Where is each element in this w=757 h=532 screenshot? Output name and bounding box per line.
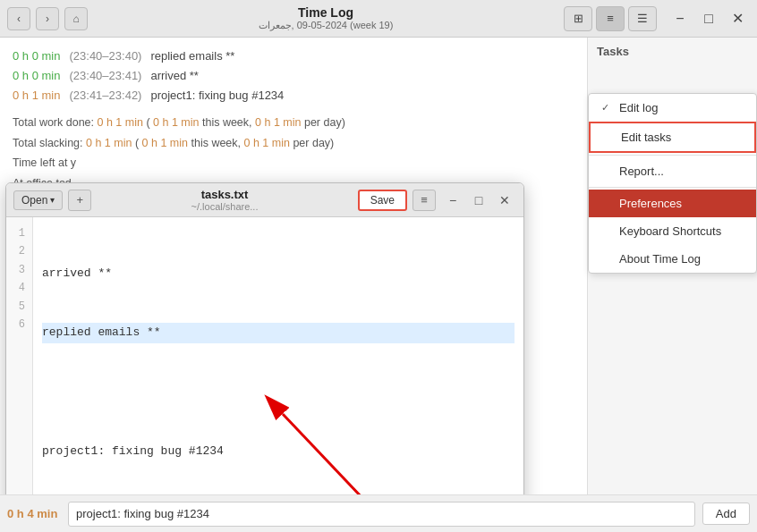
range-1: (23:40–23:40)	[69, 46, 141, 66]
tasks-header: Tasks	[588, 38, 757, 65]
total-slacking-week: (	[135, 137, 139, 149]
line-num-6: 6	[13, 316, 25, 334]
editor-save-button[interactable]: Save	[358, 190, 407, 211]
forward-button[interactable]: ›	[36, 7, 59, 30]
time-2: 0 h 0 min	[13, 66, 60, 86]
code-line-2: replied emails **	[42, 323, 515, 342]
add-button[interactable]: Add	[702, 502, 750, 525]
current-time: 0 h 4 min	[7, 507, 61, 520]
maximize-button[interactable]: □	[696, 6, 721, 31]
title-bar-center: Time Log (week 19) 09-05-2024 ,جمعرات	[88, 5, 564, 31]
right-panel: Tasks ✓ Edit log Edit tasks Report...	[587, 38, 757, 494]
menu-edit-log[interactable]: ✓ Edit log	[589, 94, 756, 122]
menu-divider-1	[589, 155, 756, 156]
log-row-3: 0 h 1 min (23:41–23:42) project1: fixing…	[13, 86, 574, 106]
desc-1: replied emails **	[150, 46, 234, 66]
line-num-2: 2	[13, 242, 25, 260]
log-row-1: 0 h 0 min (23:40–23:40) replied emails *…	[13, 46, 574, 66]
menu-edit-tasks[interactable]: Edit tasks	[589, 122, 756, 153]
total-work-row: Total work done: 0 h 1 min ( 0 h 1 min t…	[13, 113, 574, 133]
editor-modal: Open ▾ + tasks.txt ~/.local/share... Sav…	[5, 182, 524, 494]
back-button[interactable]: ‹	[7, 7, 30, 30]
editor-minimize-button[interactable]: −	[441, 190, 464, 211]
range-3: (23:41–23:42)	[69, 86, 141, 106]
editor-close-button[interactable]: ✕	[493, 190, 516, 211]
log-row-2: 0 h 0 min (23:40–23:41) arrived **	[13, 66, 574, 86]
about-label: About Time Log	[619, 252, 701, 266]
bottom-bar: 0 h 4 min Add	[0, 494, 757, 532]
menu-divider-2	[589, 187, 756, 188]
open-label: Open	[21, 194, 47, 207]
home-button[interactable]: ⌂	[64, 7, 88, 30]
menu-button[interactable]: ☰	[628, 6, 657, 31]
open-chevron-icon: ▾	[50, 195, 55, 205]
line-num-3: 3	[13, 261, 25, 279]
total-slacking-week-val: 0 h 1 min	[142, 137, 188, 149]
editor-path: ~/.local/share...	[97, 201, 352, 212]
title-bar-left: ‹ › ⌂	[7, 7, 88, 30]
text-view-button[interactable]: ≡	[596, 6, 625, 31]
line-num-5: 5	[13, 298, 25, 316]
total-work-value: 0 h 1 min	[98, 116, 143, 129]
editor-filename: tasks.txt	[97, 188, 352, 201]
content-area: 0 h 0 min (23:40–23:40) replied emails *…	[0, 38, 757, 494]
window-controls: − □ ✕	[668, 6, 750, 31]
total-slacking-day-val: 0 h 1 min	[244, 137, 290, 149]
total-slacking-day-label: per day)	[293, 137, 334, 149]
edit-log-label: Edit log	[619, 101, 658, 114]
grid-view-button[interactable]: ⊞	[564, 6, 592, 31]
time-left-row: Time left at y	[13, 153, 574, 173]
minimize-button[interactable]: −	[668, 6, 693, 31]
code-area[interactable]: arrived ** replied emails ** project1: f…	[33, 217, 523, 494]
total-slacking-week-label: this week,	[191, 137, 243, 149]
title-bar-right: ⊞ ≡ ☰ − □ ✕	[564, 6, 750, 31]
total-slacking-value: 0 h 1 min	[86, 137, 132, 149]
editor-open-button[interactable]: Open ▾	[13, 190, 63, 210]
keyboard-shortcuts-label: Keyboard Shortcuts	[619, 224, 721, 238]
task-input[interactable]	[68, 502, 695, 527]
check-icon: ✓	[601, 102, 614, 114]
window-subtitle: (week 19) 09-05-2024 ,جمعرات	[88, 20, 564, 31]
editor-title-center: tasks.txt ~/.local/share...	[97, 188, 352, 212]
total-slacking-row: Total slacking: 0 h 1 min ( 0 h 1 min th…	[13, 133, 574, 154]
total-work-day-label: per day)	[304, 116, 345, 129]
summary: Total work done: 0 h 1 min ( 0 h 1 min t…	[13, 113, 574, 193]
edit-tasks-label: Edit tasks	[621, 131, 671, 144]
desc-2: arrived **	[150, 66, 198, 86]
code-line-1: arrived **	[42, 264, 515, 283]
editor-maximize-button[interactable]: □	[467, 190, 490, 211]
total-slacking-label: Total slacking:	[13, 137, 86, 149]
window-title: Time Log	[88, 5, 564, 20]
code-line-4: project1: fixing bug #1234	[42, 442, 515, 461]
editor-add-button[interactable]: +	[68, 190, 91, 211]
editor-menu-button[interactable]: ≡	[413, 190, 436, 211]
code-line-3	[42, 383, 515, 402]
total-work-week-val: 0 h 1 min	[153, 116, 199, 129]
menu-about[interactable]: About Time Log	[589, 245, 756, 273]
desc-3: project1: fixing bug #1234	[150, 86, 284, 106]
line-num-4: 4	[13, 279, 25, 297]
total-work-week-label: this week,	[202, 116, 255, 129]
editor-content: 1 2 3 4 5 6 arrived ** replied emails **…	[6, 217, 523, 494]
title-bar: ‹ › ⌂ Time Log (week 19) 09-05-2024 ,جمع…	[0, 0, 757, 38]
total-work-day-val: 0 h 1 min	[255, 116, 301, 129]
range-2: (23:40–23:41)	[69, 66, 141, 86]
main-window: ‹ › ⌂ Time Log (week 19) 09-05-2024 ,جمع…	[0, 0, 757, 532]
line-numbers: 1 2 3 4 5 6	[6, 217, 33, 494]
main-panel: 0 h 0 min (23:40–23:40) replied emails *…	[0, 38, 587, 494]
time-1: 0 h 0 min	[13, 46, 60, 66]
context-menu: ✓ Edit log Edit tasks Report... Preferen…	[588, 93, 757, 274]
menu-report[interactable]: Report...	[589, 157, 756, 185]
menu-keyboard-shortcuts[interactable]: Keyboard Shortcuts	[589, 217, 756, 245]
total-work-week: (	[146, 116, 149, 129]
editor-window-buttons: − □ ✕	[441, 190, 516, 211]
menu-preferences[interactable]: Preferences	[589, 190, 756, 217]
line-num-1: 1	[13, 224, 25, 242]
editor-titlebar: Open ▾ + tasks.txt ~/.local/share... Sav…	[6, 183, 523, 217]
report-label: Report...	[619, 165, 664, 178]
preferences-label: Preferences	[619, 197, 682, 210]
time-3: 0 h 1 min	[13, 86, 60, 106]
close-button[interactable]: ✕	[725, 6, 750, 31]
total-work-label: Total work done:	[13, 116, 98, 129]
